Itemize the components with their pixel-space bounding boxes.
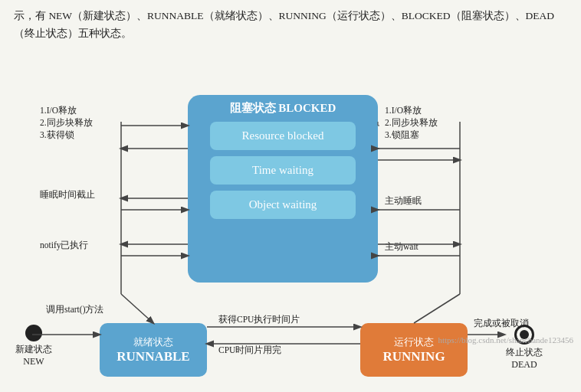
runnable-state-box: 就绪状态 RUNNABLE xyxy=(100,323,207,377)
time-waiting-box: Time waiting xyxy=(210,156,356,185)
dead-state: 终止状态 DEAD xyxy=(506,325,543,371)
running-state-box: 运行状态 RUNNING xyxy=(360,323,468,377)
left-top-arrow-label: 1.I/O释放 2.同步块释放 3.获得锁 xyxy=(40,104,93,141)
left-bot-arrow-label: notify已执行 xyxy=(40,239,88,251)
runnable-label2: RUNNABLE xyxy=(117,349,189,364)
object-waiting-box: Object waiting xyxy=(210,191,356,219)
complete-label: 完成或被取消 xyxy=(474,317,529,329)
blocked-state-box: 阻塞状态 BLOCKED Resource blocked Time waiti… xyxy=(188,95,378,283)
resource-blocked-box: Resource blocked xyxy=(210,122,356,150)
new-circle xyxy=(25,325,42,341)
top-text: 示，有 NEW（新建状态）、RUNNABLE（就绪状态）、RUNNING（运行状… xyxy=(0,0,581,49)
left-mid-arrow-label: 睡眠时间截止 xyxy=(40,188,95,201)
right-top-arrow-label: 1.I/O释放 2.同步块释放 3.锁阻塞 xyxy=(385,104,438,141)
dead-label2: DEAD xyxy=(506,359,543,371)
running-label1: 运行状态 xyxy=(394,335,434,349)
right-bot-arrow-label: 主动wait xyxy=(385,240,419,253)
new-label1: 新建状态 xyxy=(15,343,52,356)
new-state: 新建状态 NEW xyxy=(15,325,52,368)
runnable-label1: 就绪状态 xyxy=(133,335,173,349)
watermark: https://blog.csdn.net/shanchande123456 xyxy=(438,335,573,345)
right-mid-arrow-label: 主动睡眠 xyxy=(385,194,422,207)
svg-line-7 xyxy=(121,294,153,323)
svg-line-11 xyxy=(414,294,460,323)
cpu-get-label: 获得CPU执行时间片 xyxy=(218,313,300,325)
dead-label1: 终止状态 xyxy=(506,346,543,359)
blocked-title: 阻塞状态 BLOCKED xyxy=(230,101,336,116)
running-label2: RUNNING xyxy=(382,349,445,364)
start-label: 调用start()方法 xyxy=(46,303,103,315)
cpu-done-label: CPU时间片用完 xyxy=(218,344,281,356)
new-label2: NEW xyxy=(15,356,52,368)
